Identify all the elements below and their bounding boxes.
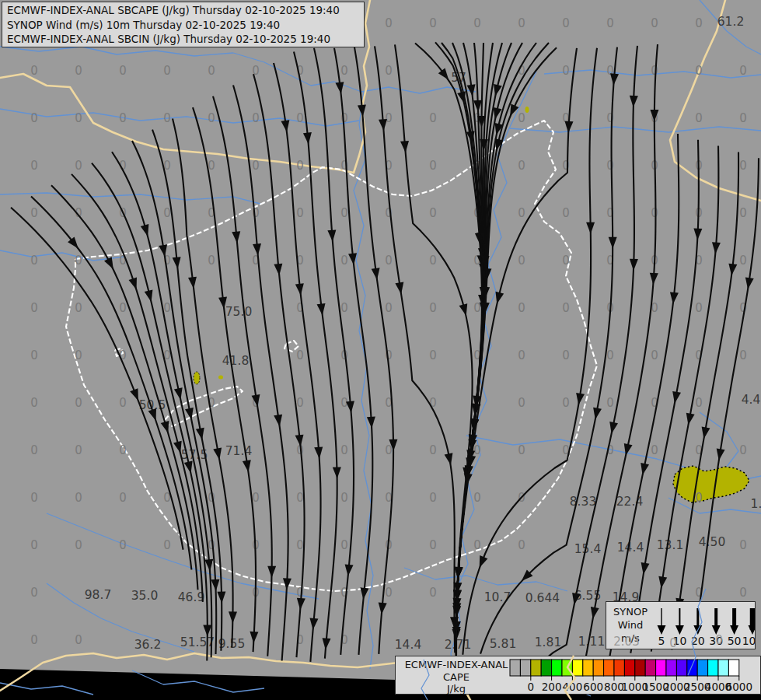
map-zero-label: 0 bbox=[429, 254, 437, 268]
wind-speed-arrowhead bbox=[730, 625, 738, 635]
map-zero-label: 0 bbox=[562, 64, 570, 78]
cape-color-cell bbox=[624, 660, 634, 676]
map-zero-label: 0 bbox=[75, 301, 82, 315]
map-zero-label: 0 bbox=[429, 443, 437, 457]
map-value-label: 51.57 bbox=[180, 635, 215, 649]
wind-speed-label: 30 bbox=[709, 635, 723, 647]
cape-patch-dot bbox=[525, 107, 529, 113]
map-zero-label: 0 bbox=[163, 111, 171, 125]
cape-color-cell bbox=[687, 660, 697, 676]
cape-tick-label: 6000 bbox=[726, 681, 752, 693]
cape-color-cell bbox=[645, 660, 655, 676]
map-value-label: 15.4 bbox=[574, 542, 602, 556]
map-zero-label: 0 bbox=[163, 301, 171, 315]
wind-speed-label: 50 bbox=[728, 635, 742, 647]
cape-tick-label: 600 bbox=[583, 681, 603, 693]
map-zero-label: 0 bbox=[695, 301, 703, 315]
map-zero-label: 0 bbox=[119, 538, 127, 552]
cape-color-cell bbox=[572, 660, 582, 676]
cape-color-cell bbox=[728, 660, 738, 676]
title-line-sbcin: ECMWF-INDEX-ANAL SBCIN (J/kg) Thursday 0… bbox=[7, 32, 359, 47]
map-zero-label: 0 bbox=[208, 64, 215, 78]
map-zero-label: 0 bbox=[119, 443, 127, 457]
wind-speed-label: 10 bbox=[672, 635, 686, 647]
map-zero-label: 0 bbox=[429, 111, 437, 125]
map-zero-label: 0 bbox=[562, 159, 570, 173]
map-zero-label: 0 bbox=[340, 301, 348, 315]
map-zero-label: 0 bbox=[75, 111, 82, 125]
map-zero-label: 0 bbox=[340, 538, 348, 552]
cape-color-cell bbox=[708, 660, 718, 676]
map-zero-label: 0 bbox=[296, 159, 304, 173]
map-value-label: 4.4 bbox=[742, 393, 761, 407]
map-zero-label: 0 bbox=[163, 64, 171, 78]
map-zero-label: 0 bbox=[562, 301, 570, 315]
wind-speed-arrowhead bbox=[658, 625, 666, 635]
map-zero-label: 0 bbox=[30, 443, 38, 457]
map-canvas: 0000000000000000000000000000000000000000… bbox=[0, 0, 761, 700]
cape-color-cell bbox=[666, 660, 676, 676]
map-zero-label: 0 bbox=[30, 586, 38, 600]
map-zero-label: 0 bbox=[75, 159, 82, 173]
wind-speed-arrowhead bbox=[712, 625, 721, 635]
map-value-label: 14.4 bbox=[617, 541, 644, 555]
map-zero-label: 0 bbox=[119, 111, 127, 125]
wind-speed-label: 5 bbox=[658, 635, 665, 647]
cape-color-cell bbox=[593, 660, 603, 676]
map-zero-label: 0 bbox=[75, 443, 82, 457]
map-value-label: 4.50 bbox=[699, 535, 726, 549]
map-zero-label: 0 bbox=[739, 254, 747, 268]
map-zero-label: 0 bbox=[296, 396, 304, 410]
map-value-label: 22.4 bbox=[616, 495, 644, 509]
map-zero-label: 0 bbox=[75, 396, 82, 410]
map-zero-label: 0 bbox=[385, 443, 393, 457]
map-zero-label: 0 bbox=[30, 491, 38, 505]
map-background-layer bbox=[0, 0, 761, 700]
cape-color-cell bbox=[656, 660, 666, 676]
map-zero-label: 0 bbox=[119, 301, 127, 315]
map-value-label: 1.11 bbox=[578, 635, 606, 649]
wind-speed-arrowhead bbox=[749, 625, 756, 635]
map-value-label: 14.4 bbox=[395, 638, 422, 652]
cape-colorbar-legend: ECMWF-INDEX-ANAL CAPE J/kg 0200400600800… bbox=[395, 656, 761, 695]
map-zero-label: 0 bbox=[75, 348, 82, 362]
map-value-label: 41.8 bbox=[222, 354, 250, 368]
map-zero-label: 0 bbox=[739, 586, 747, 600]
map-zero-label: 0 bbox=[473, 16, 481, 30]
map-zero-label: 0 bbox=[562, 254, 570, 268]
map-zero-label: 0 bbox=[163, 538, 171, 552]
map-zero-label: 0 bbox=[473, 491, 481, 505]
wind-speed-arrowhead bbox=[675, 625, 684, 635]
wind-legend-arrows: 510203050100 bbox=[606, 602, 755, 649]
cape-color-cell bbox=[635, 660, 645, 676]
map-zero-label: 0 bbox=[340, 206, 348, 220]
map-zero-label: 0 bbox=[296, 348, 304, 362]
map-zero-label: 0 bbox=[739, 538, 747, 552]
map-zero-label: 0 bbox=[518, 301, 525, 315]
map-value-label: 46.9 bbox=[178, 590, 205, 604]
map-zero-label: 0 bbox=[429, 16, 437, 30]
map-zero-label: 0 bbox=[385, 254, 393, 268]
map-zero-label: 0 bbox=[385, 16, 393, 30]
map-zero-label: 0 bbox=[429, 348, 437, 362]
cape-patch-dot bbox=[194, 372, 200, 384]
map-zero-label: 0 bbox=[429, 538, 437, 552]
map-zero-label: 0 bbox=[739, 64, 747, 78]
map-zero-label: 0 bbox=[562, 396, 570, 410]
map-zero-label: 0 bbox=[518, 443, 525, 457]
map-zero-label: 0 bbox=[30, 64, 38, 78]
map-zero-label: 0 bbox=[739, 443, 747, 457]
map-zero-label: 0 bbox=[75, 254, 82, 268]
map-zero-label: 0 bbox=[75, 538, 82, 552]
map-value-label: 5.81 bbox=[490, 637, 517, 651]
map-zero-label: 0 bbox=[518, 396, 525, 410]
map-zero-label: 0 bbox=[473, 538, 481, 552]
map-zero-label: 0 bbox=[695, 64, 703, 78]
map-zero-label: 0 bbox=[518, 111, 525, 125]
map-zero-label: 0 bbox=[562, 16, 570, 30]
wind-speed-label: 100 bbox=[742, 635, 755, 647]
map-zero-label: 0 bbox=[30, 633, 38, 647]
map-zero-label: 0 bbox=[429, 586, 437, 600]
cape-color-cell bbox=[510, 660, 520, 676]
map-zero-label: 0 bbox=[30, 396, 38, 410]
